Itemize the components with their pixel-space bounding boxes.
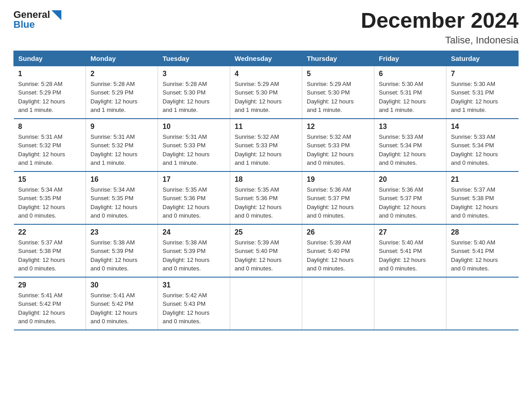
calendar-cell: 27 Sunrise: 5:40 AMSunset: 5:41 PMDaylig… bbox=[374, 224, 446, 277]
calendar-cell: 30 Sunrise: 5:41 AMSunset: 5:42 PMDaylig… bbox=[86, 277, 158, 330]
calendar-cell: 7 Sunrise: 5:30 AMSunset: 5:31 PMDayligh… bbox=[446, 66, 519, 119]
day-info: Sunrise: 5:36 AMSunset: 5:37 PMDaylight:… bbox=[379, 186, 426, 219]
location: Talise, Indonesia bbox=[361, 34, 519, 46]
day-number: 26 bbox=[307, 228, 369, 236]
calendar-week-row: 22 Sunrise: 5:37 AMSunset: 5:38 PMDaylig… bbox=[14, 224, 519, 277]
col-header-saturday: Saturday bbox=[446, 51, 519, 66]
day-info: Sunrise: 5:34 AMSunset: 5:35 PMDaylight:… bbox=[18, 186, 65, 219]
month-title: December 2024 bbox=[361, 9, 519, 33]
day-number: 29 bbox=[18, 281, 82, 289]
day-number: 30 bbox=[90, 281, 153, 289]
day-info: Sunrise: 5:38 AMSunset: 5:39 PMDaylight:… bbox=[163, 239, 210, 272]
col-header-tuesday: Tuesday bbox=[158, 51, 230, 66]
day-info: Sunrise: 5:32 AMSunset: 5:33 PMDaylight:… bbox=[235, 133, 282, 167]
calendar-cell: 20 Sunrise: 5:36 AMSunset: 5:37 PMDaylig… bbox=[374, 171, 446, 224]
day-info: Sunrise: 5:31 AMSunset: 5:33 PMDaylight:… bbox=[163, 133, 210, 167]
calendar-cell bbox=[302, 277, 374, 330]
day-number: 4 bbox=[235, 70, 297, 78]
day-number: 6 bbox=[379, 70, 442, 78]
calendar-cell: 1 Sunrise: 5:28 AMSunset: 5:29 PMDayligh… bbox=[14, 66, 86, 119]
col-header-monday: Monday bbox=[86, 51, 158, 66]
calendar-cell: 28 Sunrise: 5:40 AMSunset: 5:41 PMDaylig… bbox=[446, 224, 519, 277]
calendar-cell: 11 Sunrise: 5:32 AMSunset: 5:33 PMDaylig… bbox=[230, 119, 302, 171]
calendar-cell: 22 Sunrise: 5:37 AMSunset: 5:38 PMDaylig… bbox=[14, 224, 86, 277]
day-number: 14 bbox=[451, 123, 514, 131]
calendar-cell: 26 Sunrise: 5:39 AMSunset: 5:40 PMDaylig… bbox=[302, 224, 374, 277]
day-info: Sunrise: 5:34 AMSunset: 5:35 PMDaylight:… bbox=[90, 186, 137, 219]
day-info: Sunrise: 5:41 AMSunset: 5:42 PMDaylight:… bbox=[90, 292, 137, 325]
day-info: Sunrise: 5:36 AMSunset: 5:37 PMDaylight:… bbox=[307, 186, 354, 219]
day-info: Sunrise: 5:31 AMSunset: 5:32 PMDaylight:… bbox=[90, 133, 137, 167]
day-info: Sunrise: 5:29 AMSunset: 5:30 PMDaylight:… bbox=[235, 81, 282, 114]
col-header-wednesday: Wednesday bbox=[230, 51, 302, 66]
logo-triangle-icon bbox=[51, 10, 61, 20]
day-info: Sunrise: 5:30 AMSunset: 5:31 PMDaylight:… bbox=[451, 81, 498, 114]
title-block: December 2024 Talise, Indonesia bbox=[361, 9, 519, 46]
col-header-friday: Friday bbox=[374, 51, 446, 66]
day-number: 18 bbox=[235, 176, 297, 184]
day-number: 22 bbox=[18, 228, 82, 236]
page-header: General Blue December 2024 Talise, Indon… bbox=[13, 9, 519, 46]
calendar-header-row: SundayMondayTuesdayWednesdayThursdayFrid… bbox=[14, 51, 519, 66]
calendar-cell: 9 Sunrise: 5:31 AMSunset: 5:32 PMDayligh… bbox=[86, 119, 158, 171]
day-info: Sunrise: 5:37 AMSunset: 5:38 PMDaylight:… bbox=[451, 186, 498, 219]
day-number: 15 bbox=[18, 176, 82, 184]
day-info: Sunrise: 5:39 AMSunset: 5:40 PMDaylight:… bbox=[307, 239, 354, 272]
day-number: 16 bbox=[90, 176, 153, 184]
day-info: Sunrise: 5:29 AMSunset: 5:30 PMDaylight:… bbox=[307, 81, 354, 114]
calendar-cell: 21 Sunrise: 5:37 AMSunset: 5:38 PMDaylig… bbox=[446, 171, 519, 224]
day-info: Sunrise: 5:41 AMSunset: 5:42 PMDaylight:… bbox=[18, 292, 65, 325]
col-header-sunday: Sunday bbox=[14, 51, 86, 66]
day-number: 21 bbox=[451, 176, 514, 184]
col-header-thursday: Thursday bbox=[302, 51, 374, 66]
calendar-cell: 15 Sunrise: 5:34 AMSunset: 5:35 PMDaylig… bbox=[14, 171, 86, 224]
day-number: 31 bbox=[163, 281, 225, 289]
day-number: 23 bbox=[90, 228, 153, 236]
calendar-cell: 29 Sunrise: 5:41 AMSunset: 5:42 PMDaylig… bbox=[14, 277, 86, 330]
day-number: 9 bbox=[90, 123, 153, 131]
calendar-cell: 16 Sunrise: 5:34 AMSunset: 5:35 PMDaylig… bbox=[86, 171, 158, 224]
day-number: 20 bbox=[379, 176, 442, 184]
calendar-cell: 4 Sunrise: 5:29 AMSunset: 5:30 PMDayligh… bbox=[230, 66, 302, 119]
day-info: Sunrise: 5:40 AMSunset: 5:41 PMDaylight:… bbox=[379, 239, 426, 272]
day-info: Sunrise: 5:37 AMSunset: 5:38 PMDaylight:… bbox=[18, 239, 65, 272]
day-number: 2 bbox=[90, 70, 153, 78]
calendar-table: SundayMondayTuesdayWednesdayThursdayFrid… bbox=[13, 51, 519, 330]
calendar-cell bbox=[446, 277, 519, 330]
day-info: Sunrise: 5:31 AMSunset: 5:32 PMDaylight:… bbox=[18, 133, 65, 167]
calendar-cell: 8 Sunrise: 5:31 AMSunset: 5:32 PMDayligh… bbox=[14, 119, 86, 171]
calendar-cell bbox=[230, 277, 302, 330]
calendar-cell: 6 Sunrise: 5:30 AMSunset: 5:31 PMDayligh… bbox=[374, 66, 446, 119]
calendar-cell: 17 Sunrise: 5:35 AMSunset: 5:36 PMDaylig… bbox=[158, 171, 230, 224]
calendar-cell: 2 Sunrise: 5:28 AMSunset: 5:29 PMDayligh… bbox=[86, 66, 158, 119]
day-number: 8 bbox=[18, 123, 82, 131]
calendar-week-row: 15 Sunrise: 5:34 AMSunset: 5:35 PMDaylig… bbox=[14, 171, 519, 224]
day-number: 5 bbox=[307, 70, 369, 78]
calendar-cell: 10 Sunrise: 5:31 AMSunset: 5:33 PMDaylig… bbox=[158, 119, 230, 171]
calendar-week-row: 1 Sunrise: 5:28 AMSunset: 5:29 PMDayligh… bbox=[14, 66, 519, 119]
day-info: Sunrise: 5:42 AMSunset: 5:43 PMDaylight:… bbox=[163, 292, 210, 325]
day-info: Sunrise: 5:40 AMSunset: 5:41 PMDaylight:… bbox=[451, 239, 498, 272]
calendar-cell: 13 Sunrise: 5:33 AMSunset: 5:34 PMDaylig… bbox=[374, 119, 446, 171]
svg-marker-0 bbox=[51, 10, 61, 20]
calendar-cell: 3 Sunrise: 5:28 AMSunset: 5:30 PMDayligh… bbox=[158, 66, 230, 119]
day-info: Sunrise: 5:33 AMSunset: 5:34 PMDaylight:… bbox=[379, 133, 426, 167]
calendar-cell: 19 Sunrise: 5:36 AMSunset: 5:37 PMDaylig… bbox=[302, 171, 374, 224]
calendar-week-row: 29 Sunrise: 5:41 AMSunset: 5:42 PMDaylig… bbox=[14, 277, 519, 330]
calendar-cell: 5 Sunrise: 5:29 AMSunset: 5:30 PMDayligh… bbox=[302, 66, 374, 119]
day-number: 1 bbox=[18, 70, 82, 78]
calendar-cell bbox=[374, 277, 446, 330]
day-info: Sunrise: 5:33 AMSunset: 5:34 PMDaylight:… bbox=[451, 133, 498, 167]
calendar-cell: 23 Sunrise: 5:38 AMSunset: 5:39 PMDaylig… bbox=[86, 224, 158, 277]
calendar-week-row: 8 Sunrise: 5:31 AMSunset: 5:32 PMDayligh… bbox=[14, 119, 519, 171]
day-number: 7 bbox=[451, 70, 514, 78]
calendar-cell: 25 Sunrise: 5:39 AMSunset: 5:40 PMDaylig… bbox=[230, 224, 302, 277]
logo: General Blue bbox=[13, 9, 61, 30]
day-info: Sunrise: 5:28 AMSunset: 5:29 PMDaylight:… bbox=[18, 81, 65, 114]
day-info: Sunrise: 5:38 AMSunset: 5:39 PMDaylight:… bbox=[90, 239, 137, 272]
day-number: 10 bbox=[163, 123, 225, 131]
day-number: 25 bbox=[235, 228, 297, 236]
day-info: Sunrise: 5:28 AMSunset: 5:30 PMDaylight:… bbox=[163, 81, 210, 114]
calendar-cell: 31 Sunrise: 5:42 AMSunset: 5:43 PMDaylig… bbox=[158, 277, 230, 330]
logo-blue: Blue bbox=[13, 19, 35, 30]
